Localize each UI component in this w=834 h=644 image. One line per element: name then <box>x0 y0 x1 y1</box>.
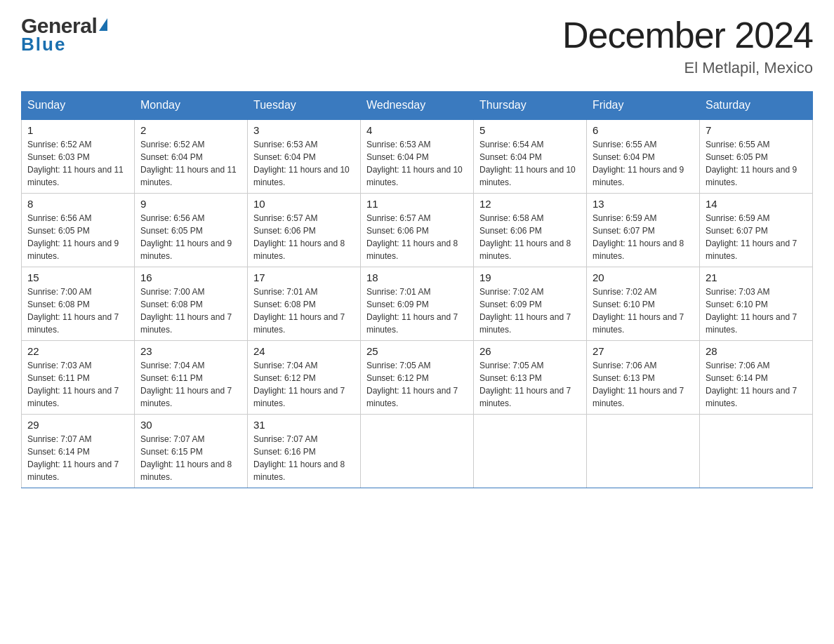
day-info: Sunrise: 7:01 AMSunset: 6:09 PMDaylight:… <box>366 286 468 336</box>
calendar-day-9: 9Sunrise: 6:56 AMSunset: 6:05 PMDaylight… <box>135 194 248 267</box>
calendar-day-18: 18Sunrise: 7:01 AMSunset: 6:09 PMDayligh… <box>361 267 474 341</box>
day-number: 3 <box>253 124 355 136</box>
page-header: General Blue December 2024 El Metlapil, … <box>21 14 813 77</box>
logo-blue-text: Blue <box>21 34 66 55</box>
calendar-day-3: 3Sunrise: 6:53 AMSunset: 6:04 PMDaylight… <box>248 119 361 194</box>
day-number: 24 <box>253 345 355 357</box>
day-header-tuesday: Tuesday <box>248 92 361 120</box>
day-info: Sunrise: 7:01 AMSunset: 6:08 PMDaylight:… <box>253 286 355 336</box>
day-info: Sunrise: 7:03 AMSunset: 6:10 PMDaylight:… <box>706 286 807 336</box>
calendar-day-2: 2Sunrise: 6:52 AMSunset: 6:04 PMDaylight… <box>135 119 248 194</box>
day-info: Sunrise: 7:07 AMSunset: 6:15 PMDaylight:… <box>140 433 241 483</box>
day-number: 6 <box>593 124 694 136</box>
day-info: Sunrise: 6:55 AMSunset: 6:04 PMDaylight:… <box>593 138 694 189</box>
day-info: Sunrise: 7:02 AMSunset: 6:09 PMDaylight:… <box>479 286 581 336</box>
calendar-day-4: 4Sunrise: 6:53 AMSunset: 6:04 PMDaylight… <box>361 119 474 194</box>
calendar-day-6: 6Sunrise: 6:55 AMSunset: 6:04 PMDaylight… <box>587 119 700 194</box>
day-info: Sunrise: 7:02 AMSunset: 6:10 PMDaylight:… <box>593 286 694 336</box>
calendar-header-row: SundayMondayTuesdayWednesdayThursdayFrid… <box>22 92 813 120</box>
day-number: 25 <box>366 345 468 357</box>
calendar-day-20: 20Sunrise: 7:02 AMSunset: 6:10 PMDayligh… <box>587 267 700 341</box>
calendar-day-16: 16Sunrise: 7:00 AMSunset: 6:08 PMDayligh… <box>135 267 248 341</box>
day-number: 8 <box>27 198 128 210</box>
day-number: 11 <box>366 198 468 210</box>
empty-cell <box>700 415 813 488</box>
day-header-friday: Friday <box>587 92 700 120</box>
day-number: 22 <box>27 345 128 357</box>
calendar-day-11: 11Sunrise: 6:57 AMSunset: 6:06 PMDayligh… <box>361 194 474 267</box>
day-number: 19 <box>479 271 581 283</box>
empty-cell <box>474 415 587 488</box>
day-number: 23 <box>140 345 241 357</box>
day-number: 14 <box>706 198 807 210</box>
day-number: 17 <box>253 271 355 283</box>
calendar-day-10: 10Sunrise: 6:57 AMSunset: 6:06 PMDayligh… <box>248 194 361 267</box>
day-info: Sunrise: 6:54 AMSunset: 6:04 PMDaylight:… <box>479 138 581 189</box>
day-info: Sunrise: 7:06 AMSunset: 6:13 PMDaylight:… <box>593 359 694 410</box>
day-info: Sunrise: 6:56 AMSunset: 6:05 PMDaylight:… <box>140 212 241 262</box>
day-info: Sunrise: 6:53 AMSunset: 6:04 PMDaylight:… <box>366 138 468 189</box>
day-number: 27 <box>593 345 694 357</box>
day-header-monday: Monday <box>135 92 248 120</box>
day-info: Sunrise: 6:58 AMSunset: 6:06 PMDaylight:… <box>479 212 581 262</box>
empty-cell <box>587 415 700 488</box>
day-info: Sunrise: 7:07 AMSunset: 6:14 PMDaylight:… <box>27 433 128 483</box>
day-info: Sunrise: 7:00 AMSunset: 6:08 PMDaylight:… <box>140 286 241 336</box>
day-header-sunday: Sunday <box>22 92 135 120</box>
day-header-wednesday: Wednesday <box>361 92 474 120</box>
calendar-day-25: 25Sunrise: 7:05 AMSunset: 6:12 PMDayligh… <box>361 341 474 415</box>
week-row-1: 1Sunrise: 6:52 AMSunset: 6:03 PMDaylight… <box>22 119 813 194</box>
day-info: Sunrise: 7:00 AMSunset: 6:08 PMDaylight:… <box>27 286 128 336</box>
calendar-day-29: 29Sunrise: 7:07 AMSunset: 6:14 PMDayligh… <box>22 415 135 488</box>
day-number: 7 <box>706 124 807 136</box>
day-info: Sunrise: 6:53 AMSunset: 6:04 PMDaylight:… <box>253 138 355 189</box>
calendar-day-19: 19Sunrise: 7:02 AMSunset: 6:09 PMDayligh… <box>474 267 587 341</box>
calendar-day-21: 21Sunrise: 7:03 AMSunset: 6:10 PMDayligh… <box>700 267 813 341</box>
day-number: 5 <box>479 124 581 136</box>
day-info: Sunrise: 7:05 AMSunset: 6:13 PMDaylight:… <box>479 359 581 410</box>
calendar-day-26: 26Sunrise: 7:05 AMSunset: 6:13 PMDayligh… <box>474 341 587 415</box>
calendar-day-12: 12Sunrise: 6:58 AMSunset: 6:06 PMDayligh… <box>474 194 587 267</box>
day-info: Sunrise: 6:55 AMSunset: 6:05 PMDaylight:… <box>706 138 807 189</box>
calendar-day-30: 30Sunrise: 7:07 AMSunset: 6:15 PMDayligh… <box>135 415 248 488</box>
calendar-day-27: 27Sunrise: 7:06 AMSunset: 6:13 PMDayligh… <box>587 341 700 415</box>
day-number: 10 <box>253 198 355 210</box>
day-number: 9 <box>140 198 241 210</box>
day-number: 28 <box>706 345 807 357</box>
day-header-saturday: Saturday <box>700 92 813 120</box>
calendar-day-7: 7Sunrise: 6:55 AMSunset: 6:05 PMDaylight… <box>700 119 813 194</box>
title-section: December 2024 El Metlapil, Mexico <box>562 14 813 77</box>
calendar-day-31: 31Sunrise: 7:07 AMSunset: 6:16 PMDayligh… <box>248 415 361 488</box>
calendar-day-17: 17Sunrise: 7:01 AMSunset: 6:08 PMDayligh… <box>248 267 361 341</box>
week-row-4: 22Sunrise: 7:03 AMSunset: 6:11 PMDayligh… <box>22 341 813 415</box>
calendar-day-28: 28Sunrise: 7:06 AMSunset: 6:14 PMDayligh… <box>700 341 813 415</box>
day-info: Sunrise: 6:52 AMSunset: 6:03 PMDaylight:… <box>27 138 128 189</box>
calendar-day-13: 13Sunrise: 6:59 AMSunset: 6:07 PMDayligh… <box>587 194 700 267</box>
day-info: Sunrise: 6:57 AMSunset: 6:06 PMDaylight:… <box>366 212 468 262</box>
day-number: 16 <box>140 271 241 283</box>
location-subtitle: El Metlapil, Mexico <box>562 59 813 77</box>
calendar-table: SundayMondayTuesdayWednesdayThursdayFrid… <box>21 91 813 488</box>
calendar-day-23: 23Sunrise: 7:04 AMSunset: 6:11 PMDayligh… <box>135 341 248 415</box>
day-info: Sunrise: 7:05 AMSunset: 6:12 PMDaylight:… <box>366 359 468 410</box>
day-number: 30 <box>140 419 241 431</box>
day-number: 26 <box>479 345 581 357</box>
week-row-5: 29Sunrise: 7:07 AMSunset: 6:14 PMDayligh… <box>22 415 813 488</box>
calendar-day-1: 1Sunrise: 6:52 AMSunset: 6:03 PMDaylight… <box>22 119 135 194</box>
day-info: Sunrise: 7:04 AMSunset: 6:11 PMDaylight:… <box>140 359 241 410</box>
logo: General Blue <box>21 14 107 55</box>
day-info: Sunrise: 6:57 AMSunset: 6:06 PMDaylight:… <box>253 212 355 262</box>
day-number: 13 <box>593 198 694 210</box>
day-number: 21 <box>706 271 807 283</box>
day-info: Sunrise: 7:03 AMSunset: 6:11 PMDaylight:… <box>27 359 128 410</box>
day-number: 20 <box>593 271 694 283</box>
day-number: 4 <box>366 124 468 136</box>
day-number: 2 <box>140 124 241 136</box>
day-number: 15 <box>27 271 128 283</box>
day-info: Sunrise: 6:59 AMSunset: 6:07 PMDaylight:… <box>706 212 807 262</box>
calendar-day-22: 22Sunrise: 7:03 AMSunset: 6:11 PMDayligh… <box>22 341 135 415</box>
day-number: 29 <box>27 419 128 431</box>
calendar-day-24: 24Sunrise: 7:04 AMSunset: 6:12 PMDayligh… <box>248 341 361 415</box>
calendar-day-14: 14Sunrise: 6:59 AMSunset: 6:07 PMDayligh… <box>700 194 813 267</box>
day-info: Sunrise: 6:52 AMSunset: 6:04 PMDaylight:… <box>140 138 241 189</box>
